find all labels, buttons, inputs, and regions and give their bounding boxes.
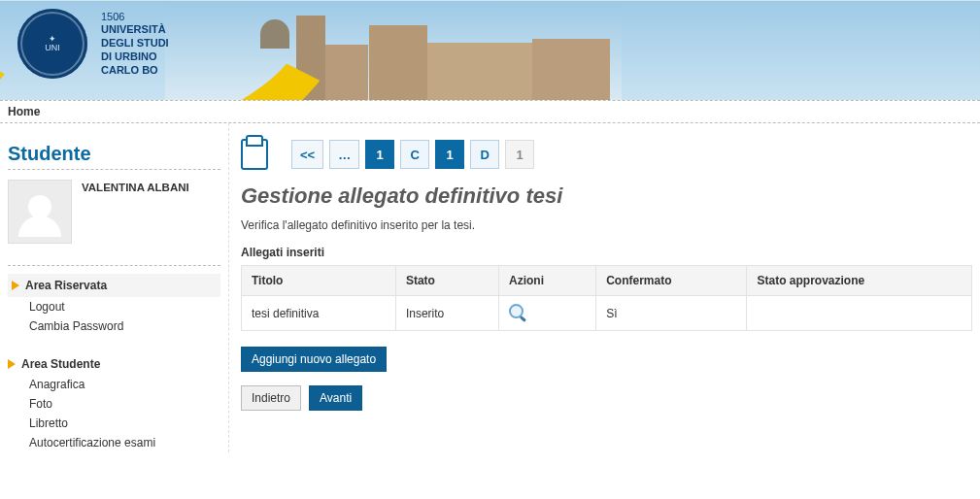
- page-description: Verifica l'allegato definitivo inserito …: [241, 218, 972, 232]
- arrow-right-icon: [12, 281, 19, 290]
- app-header: ✦UNI 1506 UNIVERSITÀ DEGLI STUDI DI URBI…: [0, 0, 980, 100]
- wizard-step-1c: 1: [505, 140, 534, 169]
- breadcrumb-home[interactable]: Home: [8, 105, 40, 118]
- col-stato-approvazione: Stato approvazione: [747, 266, 972, 296]
- page-title: Gestione allegato definitivo tesi: [241, 183, 972, 209]
- wizard: << … 1 C 1 D 1: [241, 139, 972, 170]
- sidebar-item-logout[interactable]: Logout: [29, 297, 220, 316]
- arrow-right-icon: [8, 359, 16, 369]
- actions-row: Indietro Avanti: [241, 385, 972, 411]
- university-name: 1506 UNIVERSITÀ DEGLI STUDI DI URBINO CA…: [101, 11, 169, 78]
- cell-stato: Inserito: [395, 296, 498, 331]
- wizard-step-c[interactable]: C: [400, 140, 429, 169]
- table-row: tesi definitiva Inserito Sì: [242, 296, 972, 331]
- back-button[interactable]: Indietro: [241, 385, 301, 411]
- col-azioni: Azioni: [498, 266, 595, 296]
- wizard-step-d[interactable]: D: [470, 140, 499, 169]
- col-titolo: Titolo: [242, 266, 396, 296]
- sidebar-item-libretto[interactable]: Libretto: [29, 414, 220, 433]
- sidebar-item-autocertificazione[interactable]: Autocertificazione esami: [29, 433, 220, 452]
- table-header-row: Titolo Stato Azioni Confermato Stato app…: [242, 266, 972, 296]
- attachments-table: Titolo Stato Azioni Confermato Stato app…: [241, 265, 972, 331]
- menu-head-area-studente[interactable]: Area Studente: [8, 353, 220, 375]
- clipboard-icon: [241, 139, 268, 170]
- cell-azioni: [498, 296, 595, 331]
- sidebar: Studente VALENTINA ALBANI Area Riservata…: [0, 123, 228, 452]
- magnifier-icon[interactable]: [509, 304, 524, 319]
- sidebar-title: Studente: [8, 143, 220, 170]
- sidebar-item-anagrafica[interactable]: Anagrafica: [29, 375, 220, 394]
- cell-approvazione: [747, 296, 972, 331]
- breadcrumb: Home: [0, 100, 980, 123]
- cell-confermato: Sì: [596, 296, 747, 331]
- col-stato: Stato: [395, 266, 498, 296]
- university-seal-icon: ✦UNI: [17, 9, 87, 79]
- section-subtitle: Allegati inseriti: [241, 246, 972, 259]
- next-button[interactable]: Avanti: [309, 385, 362, 411]
- profile-name: VALENTINA ALBANI: [82, 180, 189, 193]
- add-attachment-button[interactable]: Aggiungi nuovo allegato: [241, 347, 387, 372]
- menu-head-label: Area Studente: [21, 357, 100, 371]
- sidebar-item-foto[interactable]: Foto: [29, 394, 220, 414]
- col-confermato: Confermato: [596, 266, 747, 296]
- main-content: << … 1 C 1 D 1 Gestione allegato definit…: [228, 123, 980, 452]
- sidebar-item-cambia-password[interactable]: Cambia Password: [29, 316, 220, 336]
- university-year: 1506: [101, 11, 169, 24]
- logo-block: ✦UNI 1506 UNIVERSITÀ DEGLI STUDI DI URBI…: [17, 9, 169, 79]
- profile-block: VALENTINA ALBANI: [8, 180, 220, 244]
- wizard-step-1a[interactable]: 1: [365, 140, 394, 169]
- cell-titolo: tesi definitiva: [242, 296, 396, 331]
- menu-area-riservata: Area Riservata Logout Cambia Password: [8, 274, 220, 336]
- wizard-back[interactable]: <<: [291, 140, 323, 169]
- wizard-step-1b[interactable]: 1: [435, 140, 464, 169]
- avatar: [8, 180, 72, 244]
- menu-area-studente: Area Studente Anagrafica Foto Libretto A…: [8, 353, 220, 452]
- menu-head-label: Area Riservata: [25, 279, 107, 292]
- wizard-dots[interactable]: …: [329, 140, 359, 169]
- menu-head-area-riservata[interactable]: Area Riservata: [8, 274, 220, 297]
